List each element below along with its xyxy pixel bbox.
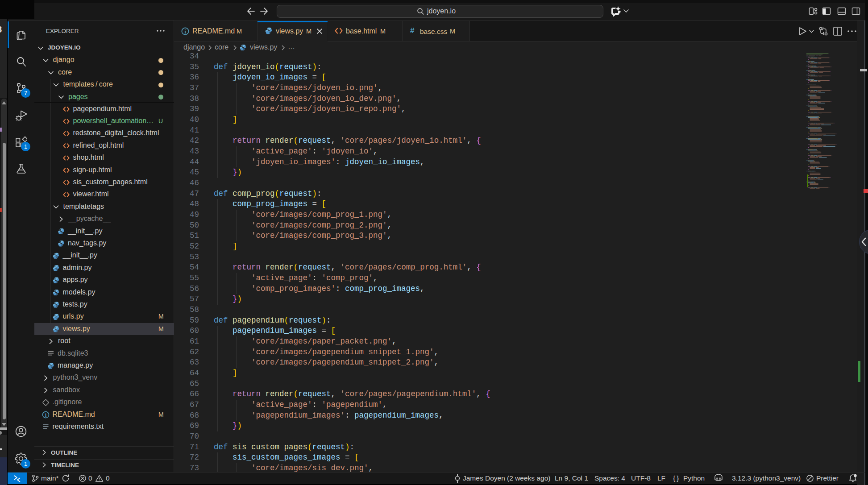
svg-text:i: i (184, 28, 186, 35)
svg-text:i: i (45, 412, 47, 418)
